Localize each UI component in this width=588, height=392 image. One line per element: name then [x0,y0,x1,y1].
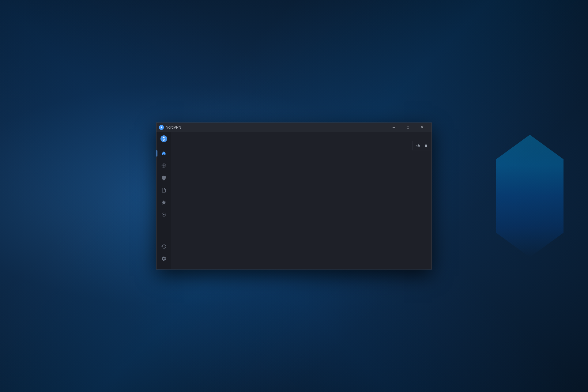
sidebar-logo [160,134,168,143]
sidebar-item-shield[interactable] [158,172,169,183]
notifications-button[interactable] [422,142,430,149]
window-controls: ─ □ ✕ [387,123,429,132]
main-content: 3 16 50 15 6 [156,132,432,269]
window-title: NordVPN [166,125,387,130]
svg-point-5 [163,214,164,216]
content-area: 3 16 50 15 6 [171,132,432,269]
sidebar [156,132,171,269]
app-window: NordVPN ─ □ ✕ [156,123,432,270]
sidebar-bottom [158,241,169,267]
sidebar-item-globe[interactable] [158,160,169,171]
sidebar-item-special[interactable] [158,209,169,220]
maximize-button[interactable]: □ [401,123,415,132]
sidebar-item-files[interactable] [158,185,169,196]
close-button[interactable]: ✕ [415,123,429,132]
minimize-button[interactable]: ─ [387,123,401,132]
svg-point-2 [163,138,165,140]
sidebar-item-star[interactable] [158,197,169,208]
share-button[interactable] [414,142,422,149]
sidebar-item-settings[interactable] [158,253,169,264]
title-bar: NordVPN ─ □ ✕ [156,123,432,132]
toolbar-right [412,141,432,150]
sidebar-item-history[interactable] [158,241,169,252]
sidebar-nav [158,148,169,241]
app-icon [159,125,164,130]
sidebar-item-home[interactable] [158,148,169,159]
